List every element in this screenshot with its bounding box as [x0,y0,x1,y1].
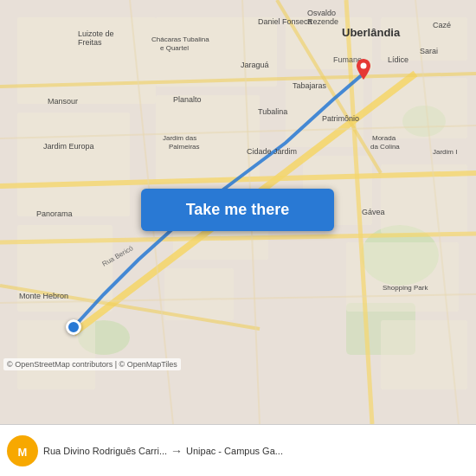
svg-text:Chácaras Tubalina: Chácaras Tubalina [151,35,209,43]
svg-text:Jardim I: Jardim I [433,148,457,156]
svg-text:da Colina: da Colina [370,143,400,151]
from-location-label: Rua Divino Rodriguês Carri... [43,446,167,456]
svg-text:Palmeiras: Palmeiras [169,143,200,151]
svg-text:Jardim das: Jardim das [163,134,196,142]
svg-text:Freitas: Freitas [78,38,102,47]
svg-text:Morada: Morada [372,134,396,142]
svg-text:Osvaldo: Osvaldo [307,9,336,17]
svg-text:Cazé: Cazé [433,21,451,29]
bottom-navigation-bar: M Rua Divino Rodriguês Carri... → Unipac… [0,424,476,476]
svg-rect-16 [372,78,467,138]
svg-rect-9 [156,17,277,87]
svg-text:e Quartel: e Quartel [160,44,189,52]
svg-text:Luizote de: Luizote de [78,29,114,38]
take-me-there-button[interactable]: Take me there [141,189,334,231]
map-attribution: © OpenStreetMap contributors | © OpenMap… [3,358,181,370]
svg-text:M: M [18,446,28,459]
svg-text:Panorama: Panorama [36,209,73,218]
svg-text:Cidade Jardim: Cidade Jardim [247,147,297,156]
moovit-logo-icon: M [7,435,38,466]
start-location-dot [66,319,81,335]
svg-text:Sarai: Sarai [420,47,438,55]
destination-pin [353,59,374,90]
svg-text:Gávea: Gávea [362,208,385,216]
bottom-route-info: Rua Divino Rodriguês Carri... → Unipac -… [43,444,469,458]
svg-text:Jaraguá: Jaraguá [241,61,269,69]
svg-text:Planalto: Planalto [173,95,202,104]
to-location-label: Unipac - Campus Ga... [186,446,283,456]
svg-rect-6 [17,113,130,216]
svg-text:Patrimônio: Patrimônio [322,114,359,123]
svg-text:Shopping Park: Shopping Park [383,284,428,292]
arrow-right-icon: → [170,444,183,458]
map-container: Uberlândia Osvaldo Rezende Luizote de Fr… [0,0,476,424]
svg-rect-12 [164,268,234,320]
svg-text:Uberlândia: Uberlândia [342,26,401,39]
svg-text:Lídice: Lídice [388,55,408,64]
svg-text:Daniel Fonseca: Daniel Fonseca [258,17,312,26]
svg-text:Mansour: Mansour [48,97,78,106]
svg-text:Tubalina: Tubalina [258,107,287,116]
svg-text:Tabajaras: Tabajaras [293,81,327,90]
svg-point-66 [361,63,367,69]
svg-rect-8 [17,320,95,389]
svg-text:Jardim Europa: Jardim Europa [43,142,94,151]
svg-text:Monte Hebron: Monte Hebron [19,292,68,300]
